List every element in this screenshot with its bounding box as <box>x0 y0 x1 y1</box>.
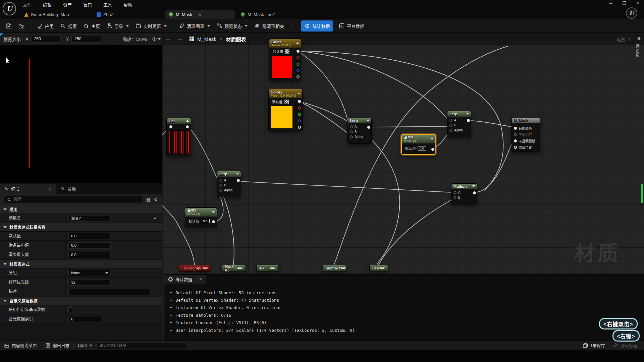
preview-state-button[interactable]: 预览状态 <box>213 20 251 32</box>
wire[interactable] <box>334 46 508 265</box>
clean-graph-button[interactable]: 清理图表 <box>176 20 213 32</box>
node-param-gradient-lower[interactable]: 渐变？ Param (0) 默认值 0.0 <box>185 207 217 227</box>
hide-unrelated-button[interactable]: 隐藏不相关 <box>251 20 287 32</box>
more-options-icon[interactable]: ⋮ <box>287 23 297 29</box>
chevron-down-icon[interactable] <box>158 38 161 40</box>
console-input[interactable] <box>96 342 187 349</box>
section-general[interactable]: 通用 <box>0 205 162 214</box>
pin-final-color-input[interactable] <box>514 127 517 130</box>
unsaved-indicator[interactable]: 1未保存 <box>579 341 609 350</box>
section-scalar-param[interactable]: 材质表达式标量参数 <box>0 223 162 232</box>
section-expression[interactable]: 材质表达式 <box>0 260 162 268</box>
node-mask-r[interactable]: Mask ( R ) <box>222 265 246 272</box>
checker-swatch-icon[interactable] <box>285 49 289 54</box>
details-search-box[interactable] <box>3 196 144 203</box>
platform-stats-button[interactable]: 平台数据 <box>336 20 368 32</box>
node-multiply[interactable]: Multiply A B <box>451 183 477 204</box>
pin-a-input[interactable] <box>453 191 457 194</box>
description-input[interactable] <box>68 289 151 295</box>
chevron-down-icon[interactable] <box>340 267 346 269</box>
wire[interactable] <box>378 199 452 265</box>
wire[interactable] <box>238 181 452 192</box>
slider-min-input[interactable] <box>68 242 111 249</box>
pin-alpha-input[interactable] <box>350 135 353 138</box>
pin-screen-position-input[interactable] <box>514 146 517 149</box>
wire[interactable] <box>162 194 195 265</box>
close-icon[interactable]: ✕ <box>199 277 202 282</box>
sort-priority-input[interactable] <box>68 279 111 286</box>
undo-icon[interactable]: ↶ <box>154 216 158 221</box>
slider-max-input[interactable] <box>68 252 111 258</box>
wire[interactable] <box>298 51 349 126</box>
browse-button[interactable] <box>15 21 28 31</box>
pin-b-input[interactable] <box>453 196 457 199</box>
pin-a-input[interactable] <box>350 125 353 128</box>
preview-x-input[interactable] <box>31 35 61 43</box>
node-color2[interactable]: Color2 Param (1,0.566,0,0) 默认值 <box>268 89 303 131</box>
preview-y-input[interactable] <box>71 35 101 43</box>
pin-opacity-input[interactable] <box>514 133 517 136</box>
pin-rgb-output[interactable] <box>297 50 300 53</box>
tab-material[interactable]: M_Mask ✕ <box>165 10 235 19</box>
primitive-index-input[interactable] <box>68 316 102 322</box>
chevron-down-icon[interactable] <box>202 267 208 269</box>
node-lerp-lower[interactable]: Lerp A B Alpha <box>217 171 241 197</box>
pin-r-output[interactable] <box>298 107 301 110</box>
close-button[interactable]: ✕ <box>635 1 641 6</box>
menu-help[interactable]: 帮助 <box>122 1 133 8</box>
pin-b-input[interactable] <box>350 130 353 133</box>
chevron-down-icon[interactable] <box>379 267 385 269</box>
pin-alpha-input[interactable] <box>219 189 222 192</box>
chevron-down-icon[interactable] <box>472 185 475 187</box>
pin-b-output[interactable] <box>298 119 301 122</box>
chevron-down-icon[interactable] <box>367 120 369 121</box>
node-lerp-center[interactable]: Lerp A B Alpha <box>347 118 372 144</box>
display-options-icon[interactable]: ▦ <box>146 197 151 202</box>
chevron-up-icon[interactable] <box>186 120 189 122</box>
node-subtract[interactable]: Subtract <box>323 265 346 272</box>
pin-opacity-mask-input[interactable] <box>514 139 517 142</box>
pin-output[interactable] <box>467 119 470 122</box>
pin-b-output[interactable] <box>297 69 300 72</box>
chevron-up-icon[interactable] <box>237 267 243 269</box>
stats-tab[interactable]: 统计数据 ✕ <box>164 275 206 284</box>
pin-alpha-input[interactable] <box>449 129 452 132</box>
chevron-down-icon[interactable] <box>212 211 215 213</box>
use-custom-primitive-checkbox[interactable] <box>68 307 73 312</box>
checker-swatch-icon[interactable] <box>284 100 289 104</box>
pin-output[interactable] <box>237 179 240 182</box>
output-log-button[interactable]: 输出日志 <box>41 341 73 350</box>
material-graph-canvas[interactable]: ← → M_Mask > 材质图表 缩放:-3 ≡ 调色板 材质 Color <box>162 33 644 341</box>
node-result-m-mask[interactable]: M_Mask 最终颜色 不透明度 不透明蒙版 屏幕位置 <box>512 118 540 152</box>
home-button[interactable]: 主页 <box>80 20 103 32</box>
gear-icon[interactable]: ⚙ <box>154 197 158 202</box>
content-drawer-button[interactable]: 内容侧滑菜单 <box>0 341 41 350</box>
pin-rgb-output[interactable] <box>298 100 301 103</box>
eye-icon[interactable] <box>152 37 157 42</box>
node-ceil[interactable]: Ceil <box>166 118 191 156</box>
default-value-box[interactable]: 0.0 <box>418 146 426 150</box>
menu-tools[interactable]: 工具 <box>102 1 113 8</box>
param-name-input[interactable] <box>68 215 111 222</box>
save-button[interactable] <box>3 21 15 31</box>
pin-a-output[interactable] <box>297 75 300 78</box>
node-texcoord[interactable]: TexCoord[0] <box>179 265 210 272</box>
group-select[interactable]: None <box>68 270 111 276</box>
pin-g-output[interactable] <box>298 113 301 116</box>
pin-a-input[interactable] <box>449 119 452 122</box>
wire[interactable] <box>467 120 513 127</box>
default-value-box[interactable]: 0.0 <box>201 219 210 223</box>
default-value-input[interactable] <box>68 233 111 239</box>
color-swatch[interactable] <box>271 106 293 129</box>
search-button[interactable]: 搜索 <box>57 20 80 32</box>
color-swatch[interactable] <box>271 56 292 78</box>
pin-input[interactable] <box>169 125 172 128</box>
wire[interactable] <box>475 141 513 192</box>
pin-output[interactable] <box>212 220 215 223</box>
menu-edit[interactable]: 编辑 <box>42 1 53 8</box>
chevron-up-icon[interactable] <box>269 267 275 269</box>
pin-b-input[interactable] <box>219 184 222 187</box>
stats-button[interactable]: 统计数据 <box>301 20 333 32</box>
menu-asset[interactable]: 资产 <box>62 1 73 8</box>
maximize-button[interactable]: ❐ <box>621 1 627 6</box>
